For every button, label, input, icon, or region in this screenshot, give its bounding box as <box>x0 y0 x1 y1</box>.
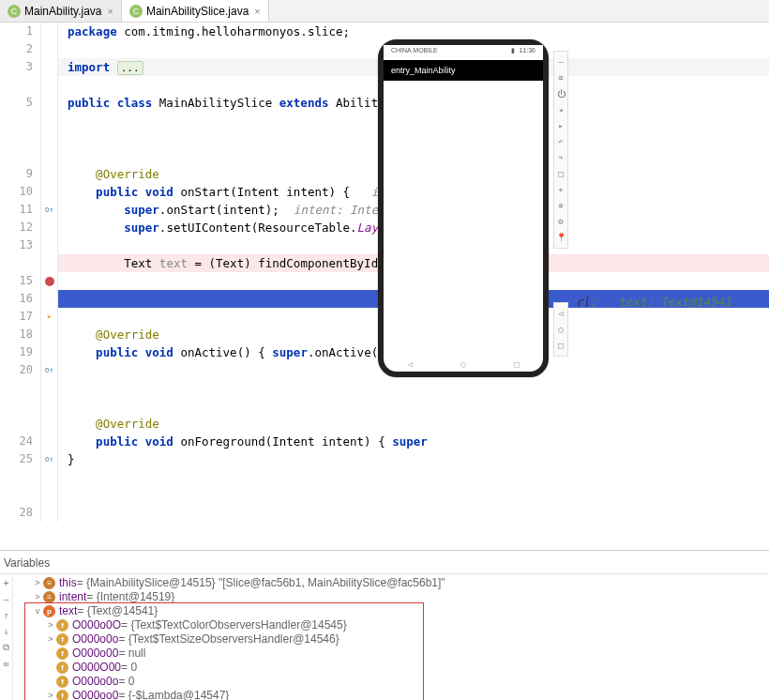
variable-name: O000oo0 <box>72 689 118 700</box>
expand-arrow-icon[interactable]: > <box>45 618 56 632</box>
minimize-icon[interactable]: – <box>558 57 563 67</box>
expand-arrow-icon[interactable]: > <box>32 576 43 590</box>
tab-mainabilityslice[interactable]: CMainAbilitySlice.java× <box>122 0 269 22</box>
preview-toolbar: – ≡ ⏻ ◂ ▸ ↶ ↷ □ + ⊕ ⚙ 📍 <box>553 51 568 249</box>
variable-name: intent <box>59 590 86 604</box>
breakpoint-icon[interactable] <box>41 272 57 290</box>
up-icon[interactable]: ↑ <box>3 610 8 620</box>
inline-hint: rl; text: Text@14541 <box>576 295 731 309</box>
gutter-icons: o↑ ➤ o↑ o↑ <box>41 23 58 522</box>
volume-up-icon[interactable]: ◂ <box>558 105 563 114</box>
copy-icon[interactable]: ⧉ <box>3 642 9 653</box>
type-badge-icon: ≡ <box>43 591 55 603</box>
java-icon: C <box>129 5 143 18</box>
tab-label: MainAbilitySlice.java <box>146 5 249 18</box>
variables-title: Variables <box>0 551 769 574</box>
code-editor[interactable]: 1235910111213151617181920242528 o↑ ➤ o↑ … <box>0 23 769 522</box>
type-badge-icon: f <box>56 633 68 646</box>
variable-value: = null <box>118 647 145 661</box>
variable-name: text <box>59 604 77 618</box>
carrier-label: CHINA MOBILE <box>391 47 438 60</box>
square-icon[interactable]: □ <box>558 341 563 350</box>
tab-mainability[interactable]: CMainAbility.java× <box>0 0 122 22</box>
type-badge-icon: f <box>56 690 68 700</box>
variable-row[interactable]: fO000O00 = 0 <box>13 661 769 675</box>
remove-watch-icon[interactable]: – <box>3 594 8 604</box>
expand-arrow-icon[interactable]: v <box>32 604 43 618</box>
variable-value: = {Intent@14519} <box>86 590 174 604</box>
power-icon[interactable]: ⏻ <box>557 89 565 99</box>
editor-tabs: CMainAbility.java× CMainAbilitySlice.jav… <box>0 0 769 23</box>
variable-row[interactable]: vptext = {Text@14541} <box>13 604 769 618</box>
line-numbers: 1235910111213151617181920242528 <box>0 23 41 522</box>
zoom-out-icon[interactable]: ⊕ <box>558 201 563 210</box>
variable-value: = 0 <box>121 661 137 675</box>
expand-arrow-icon[interactable]: > <box>45 689 56 700</box>
app-title-bar: entry_MainAbility <box>384 60 543 81</box>
rotate-right-icon[interactable]: ↷ <box>558 153 563 162</box>
close-icon[interactable]: × <box>254 6 260 17</box>
variable-row[interactable]: >≡intent = {Intent@14519} <box>13 590 769 604</box>
variables-panel: Variables + – ↑ ↓ ⧉ ∞ >≡this = {MainAbil… <box>0 550 769 700</box>
variable-name: O000o00 <box>72 647 118 661</box>
expand-arrow-icon[interactable]: > <box>32 590 43 604</box>
variable-name: O000o0o <box>72 675 118 689</box>
variable-value: = {MainAbilitySlice@14515} "[Slice@fac56… <box>77 576 445 590</box>
variable-value: = {Text@14541} <box>77 604 158 618</box>
volume-down-icon[interactable]: ▸ <box>558 121 563 130</box>
circle-icon[interactable]: ○ <box>558 325 563 334</box>
type-badge-icon: ≡ <box>43 577 55 589</box>
variable-name: O000O00 <box>72 661 121 675</box>
override-marker-icon[interactable]: o↑ <box>41 201 57 219</box>
rotate-left-icon[interactable]: ↶ <box>558 137 563 146</box>
arrow-icon: ➤ <box>41 308 57 326</box>
type-badge-icon: p <box>43 605 55 617</box>
nav-home-icon[interactable]: ○ <box>460 359 465 369</box>
menu-icon[interactable]: ≡ <box>558 73 563 83</box>
java-icon: C <box>8 5 21 18</box>
variable-row[interactable]: >≡this = {MainAbilitySlice@14515} "[Slic… <box>13 576 769 590</box>
type-badge-icon: f <box>56 676 68 688</box>
variable-value: = {Text$TextColorObserversHandler@14545} <box>121 618 347 632</box>
add-watch-icon[interactable]: + <box>3 578 8 588</box>
fold-region[interactable]: ... <box>117 61 143 75</box>
nav-recent-icon[interactable]: □ <box>514 359 519 369</box>
tab-label: MainAbility.java <box>24 5 101 18</box>
clock-label: ▮11:36 <box>511 47 535 60</box>
settings-icon[interactable]: ⚙ <box>558 217 563 226</box>
variable-row[interactable]: >fO000o0O = {Text$TextColorObserversHand… <box>13 618 769 632</box>
override-marker-icon[interactable]: o↑ <box>41 450 57 468</box>
variable-row[interactable]: fO000o00 = null <box>13 647 769 661</box>
screenshot-icon[interactable]: □ <box>558 169 563 178</box>
variable-value: = 0 <box>118 675 134 689</box>
prev-icon[interactable]: ◁ <box>558 309 563 318</box>
variable-row[interactable]: >fO000o0o = {Text$TextSizeObserversHandl… <box>13 632 769 647</box>
device-preview: CHINA MOBILE▮11:36 entry_MainAbility ◁○□ <box>378 39 549 377</box>
expand-arrow-icon[interactable]: > <box>45 632 56 647</box>
variables-tree[interactable]: >≡this = {MainAbilitySlice@14515} "[Slic… <box>13 574 769 700</box>
type-badge-icon: f <box>56 647 68 660</box>
pin-icon[interactable]: 📍 <box>556 233 566 242</box>
variable-name: O000o0O <box>72 618 121 632</box>
override-marker-icon[interactable]: o↑ <box>41 361 57 379</box>
nav-back-icon[interactable]: ◁ <box>408 359 413 369</box>
type-badge-icon: f <box>56 662 68 674</box>
close-icon[interactable]: × <box>107 6 113 17</box>
variable-value: = {-$Lambda@14547} <box>118 689 229 700</box>
preview-toolbar-lower: ◁ ○ □ <box>553 302 568 357</box>
variable-row[interactable]: fO000o0o = 0 <box>13 675 769 689</box>
variable-name: O000o0o <box>72 632 118 647</box>
variables-side-toolbar: + – ↑ ↓ ⧉ ∞ <box>0 574 13 700</box>
variable-row[interactable]: >fO000oo0 = {-$Lambda@14547} <box>13 689 769 700</box>
link-icon[interactable]: ∞ <box>3 659 8 669</box>
zoom-in-icon[interactable]: + <box>558 185 563 194</box>
down-icon[interactable]: ↓ <box>3 626 8 636</box>
variable-value: = {Text$TextSizeObserversHandler@14546} <box>118 632 339 647</box>
type-badge-icon: f <box>56 619 68 632</box>
variable-name: this <box>59 576 77 590</box>
